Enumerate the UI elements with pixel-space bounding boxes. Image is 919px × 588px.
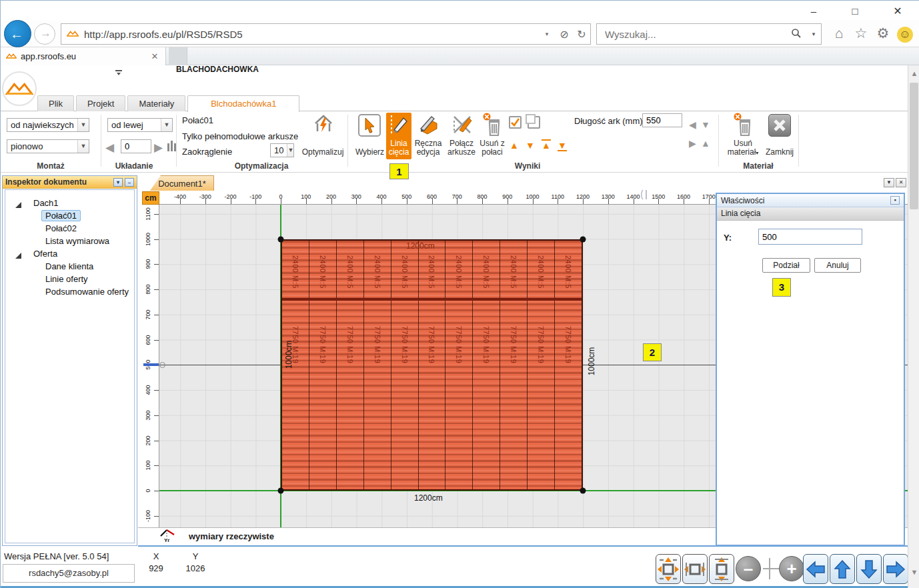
zoom-in-button[interactable]: + <box>779 556 804 581</box>
window-maximize-button[interactable]: □ <box>845 5 865 18</box>
settings-gear-icon[interactable]: ⚙ <box>874 25 892 41</box>
roof-sheet-column[interactable]: 2400 M:5 <box>337 241 364 298</box>
divide-button[interactable]: Podział <box>762 258 810 273</box>
roof-corner-handle[interactable] <box>580 237 586 243</box>
roof-sheet-column[interactable]: 7750 M:19 <box>555 301 582 489</box>
cut-line-tool-button[interactable]: Linia cięcia <box>386 113 411 159</box>
roof-sheet-column[interactable]: 7750 M:19 <box>282 301 309 489</box>
tree-expand-icon[interactable] <box>15 200 21 206</box>
scroll-down-icon[interactable]: ▼ <box>908 565 919 579</box>
refresh-icon[interactable]: ↻ <box>573 28 590 41</box>
roof-sheet-column[interactable]: 2400 M:5 <box>473 241 500 298</box>
pan-down-button[interactable] <box>856 554 882 584</box>
roof-sheet-column[interactable]: 7750 M:19 <box>473 301 500 489</box>
ribbon-tab-projekt[interactable]: Projekt <box>76 95 125 111</box>
roof-sheet-column[interactable]: 2400 M:5 <box>309 241 337 298</box>
scrollbar-thumb[interactable] <box>910 83 918 209</box>
delete-material-button[interactable]: Usuń materiał▾ <box>725 113 761 159</box>
pan-up-button[interactable] <box>830 554 855 584</box>
fit-width-button[interactable] <box>682 554 708 584</box>
browser-tab[interactable]: app.rsroofs.eu ✕ <box>1 47 166 65</box>
tree-item-podsumowanie-oferty[interactable]: Podsumowanie oferty <box>5 285 134 298</box>
tree-item-połać01[interactable]: Połać01 <box>5 209 134 222</box>
ribbon-tab-plik[interactable]: Plik <box>37 95 74 111</box>
search-icon[interactable] <box>786 28 806 41</box>
app-logo[interactable] <box>2 71 37 106</box>
move-up-icon[interactable]: ▲ <box>508 139 521 151</box>
scroll-up-icon[interactable]: ▲ <box>908 67 919 80</box>
inspector-minimize-icon[interactable]: – <box>125 178 134 187</box>
roof-sheet-column[interactable]: 2400 M:5 <box>528 241 555 298</box>
move-down-icon[interactable]: ▼ <box>524 139 537 151</box>
y-coordinate-input[interactable] <box>758 229 862 245</box>
orientation-dropdown[interactable]: pionowo▼ <box>7 139 89 153</box>
properties-minimize-icon[interactable]: ▪ <box>890 196 900 205</box>
step-left-icon[interactable]: ◀ <box>105 141 114 155</box>
offset-input[interactable] <box>121 139 151 153</box>
ribbon-tab-blchodachówka1[interactable]: Blchodachówka1 <box>187 95 299 112</box>
full-sheets-label[interactable]: Tylko pełnomodułowe arkusze <box>182 131 298 141</box>
move-to-top-icon[interactable]: ▲ <box>540 139 553 151</box>
search-box[interactable]: ▾ <box>596 23 822 45</box>
tree-item-dach1[interactable]: Dach1 <box>5 197 134 209</box>
rounding-dropdown[interactable]: 10▼ <box>270 143 294 157</box>
unchecked-checkbox-icon[interactable] <box>528 116 540 129</box>
properties-header[interactable]: Właściwości ▪ <box>717 194 904 207</box>
fit-all-button[interactable] <box>656 554 681 584</box>
back-button[interactable]: ← <box>4 20 31 47</box>
roof-sheet-column[interactable]: 7750 M:19 <box>309 301 337 489</box>
manual-edit-button[interactable]: Ręczna edycja <box>413 113 443 159</box>
cancel-button[interactable]: Anuluj <box>814 258 861 273</box>
align-dropdown[interactable]: od lewej▼ <box>107 118 173 132</box>
inspector-header[interactable]: Inspektor dokumentu ▾ – <box>3 176 137 189</box>
roof-sheet-column[interactable]: 7750 M:19 <box>528 301 555 489</box>
roof-sheet-column[interactable]: 2400 M:5 <box>500 241 528 298</box>
quick-access-pin-icon[interactable] <box>114 70 123 77</box>
pan-left-button[interactable] <box>803 554 828 584</box>
step-right-icon[interactable]: ▶ <box>154 141 163 155</box>
tree-item-linie-oferty[interactable]: Linie oferty <box>5 273 134 285</box>
pan-right-button[interactable] <box>883 554 908 584</box>
address-bar[interactable]: http://app.rsroofs.eu/pl/RSD5/RSD5 ▾ ⊘ ↻ <box>61 23 591 45</box>
home-icon[interactable]: ⌂ <box>830 25 848 41</box>
roof-sheet-column[interactable]: 2400 M:5 <box>445 241 473 298</box>
nudge-left-icon[interactable]: ◀ <box>689 119 696 130</box>
feedback-smiley-icon[interactable]: ☺ <box>897 27 913 43</box>
tree-item-dane-klienta[interactable]: Dane klienta <box>5 260 134 273</box>
roof-sheet-column[interactable]: 2400 M:5 <box>282 241 309 298</box>
roof-sheet-column[interactable]: 2400 M:5 <box>364 241 391 298</box>
search-dropdown-icon[interactable]: ▾ <box>806 31 821 37</box>
roof-sheet-column[interactable]: 7750 M:19 <box>500 301 528 489</box>
document-tab[interactable]: Document1* <box>150 175 214 191</box>
cut-line-handle[interactable] <box>159 362 165 368</box>
page-scrollbar[interactable]: ▲ ▼ <box>908 65 919 588</box>
url-dropdown-icon[interactable]: ▾ <box>538 31 556 37</box>
account-box[interactable]: rsdachy5@zasoby.pl <box>3 564 135 583</box>
roof-corner-handle[interactable] <box>580 488 586 494</box>
new-tab-button[interactable] <box>169 47 187 65</box>
nudge-up-icon[interactable]: ▲ <box>701 138 710 149</box>
ribbon-tab-materiały[interactable]: Materiały <box>127 95 185 111</box>
zoom-out-button[interactable]: – <box>736 556 761 581</box>
roof-corner-handle[interactable] <box>278 237 284 243</box>
roof-corner-handle[interactable] <box>278 488 284 494</box>
roof-sheet-column[interactable]: 7750 M:19 <box>391 301 419 489</box>
merge-sheets-button[interactable]: Połącz arkusze <box>445 113 478 159</box>
roof-sheet-column[interactable]: 7750 M:19 <box>445 301 473 489</box>
inspector-menu-icon[interactable]: ▾ <box>113 178 123 187</box>
sheet-length-input[interactable] <box>642 113 682 127</box>
window-close-button[interactable]: ✕ <box>888 5 908 18</box>
tree-item-lista-wymiarowa[interactable]: Lista wymiarowa <box>5 235 134 247</box>
panel-close-icon[interactable]: ✕ <box>896 178 906 187</box>
tree-expand-icon[interactable] <box>15 251 21 257</box>
optimize-button[interactable]: Optymalizuj <box>299 113 346 159</box>
roof-surface[interactable]: 2400 M:52400 M:52400 M:52400 M:52400 M:5… <box>281 239 583 491</box>
panel-menu-icon[interactable]: ▼ <box>884 178 894 187</box>
fit-height-button[interactable] <box>709 554 734 584</box>
roof-sheet-column[interactable]: 2400 M:5 <box>555 241 582 298</box>
tab-close-icon[interactable]: ✕ <box>149 51 160 61</box>
checked-checkbox-icon[interactable] <box>509 116 522 129</box>
stop-icon[interactable]: ⊘ <box>556 28 573 41</box>
search-input[interactable] <box>597 29 786 40</box>
remove-from-surface-button[interactable]: Usuń z połaci <box>477 113 508 159</box>
